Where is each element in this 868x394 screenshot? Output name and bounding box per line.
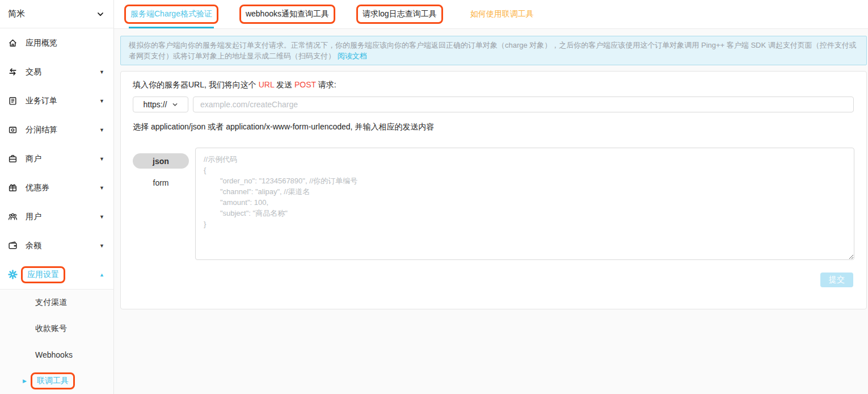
submenu-item-receiving-accounts[interactable]: 收款账号 (0, 316, 113, 342)
url-row: https:// (133, 97, 854, 112)
content-type-instruction-label: 选择 application/json 或者 application/x-www… (133, 122, 434, 132)
merchant-icon (7, 153, 18, 164)
submit-button[interactable]: 提交 (820, 273, 853, 287)
app-settings-submenu: 支付渠道 收款账号 Webhooks ▶ 联调工具 (0, 289, 113, 394)
triangle-right-icon: ▶ (23, 378, 27, 384)
sidebar-item-business-orders[interactable]: 业务订单 ▼ (0, 86, 113, 115)
orders-icon (7, 95, 18, 106)
submenu-item-label: Webhooks (35, 350, 73, 359)
sidebar-item-app-settings[interactable]: 应用设置 ▲ (0, 260, 113, 289)
sidebar-item-app-overview[interactable]: 应用概览 (0, 28, 113, 57)
app-switcher[interactable]: 简米 (0, 0, 113, 28)
coupon-icon (7, 182, 18, 193)
url-keyword: URL (259, 80, 275, 89)
submenu-item-webhooks[interactable]: Webhooks (0, 342, 113, 368)
mode-form-button[interactable]: form (133, 178, 189, 187)
body-mode-toggle: json form (133, 153, 189, 187)
transactions-icon (7, 66, 18, 77)
annotation-box: 应用设置 (21, 266, 65, 283)
sidebar-item-label: 用户 (26, 212, 99, 222)
sidebar-item-settlement[interactable]: 分润结算 ▼ (0, 115, 113, 144)
mode-json-button[interactable]: json (133, 153, 189, 169)
charge-validation-panel: 填入你的服务器URL, 我们将向这个 URL 发送 POST 请求: https… (120, 71, 867, 309)
tab-bar: 服务端Charge格式验证 webhooks通知查询工具 请求log日志查询工具… (114, 0, 868, 29)
balance-icon (7, 240, 18, 251)
users-icon (7, 211, 18, 222)
settlement-icon (7, 124, 18, 135)
sidebar-item-merchant[interactable]: 商户 ▼ (0, 144, 113, 173)
protocol-select[interactable]: https:// (133, 97, 188, 112)
chevron-down-icon: ▼ (99, 243, 104, 249)
protocol-select-value: https:// (143, 100, 167, 109)
sidebar-item-label: 优惠券 (26, 183, 99, 193)
submenu-item-label: 收款账号 (35, 324, 67, 334)
chevron-down-icon: ▼ (99, 127, 104, 133)
chevron-down-icon: ▼ (99, 69, 104, 75)
sidebar-item-balance[interactable]: 余额 ▼ (0, 231, 113, 260)
main-content: 服务端Charge格式验证 webhooks通知查询工具 请求log日志查询工具… (114, 0, 868, 394)
tab-webhooks-query-tool[interactable]: webhooks通知查询工具 (239, 5, 335, 24)
home-icon (7, 37, 18, 48)
gear-icon (7, 269, 18, 280)
info-banner-text: 模拟你的客户端向你的服务端发起订单支付请求。正常情况下，你的服务端应该向你的客户… (129, 41, 857, 60)
sidebar-item-label: 应用设置 (26, 270, 99, 280)
sidebar-item-transactions[interactable]: 交易 ▼ (0, 57, 113, 86)
chevron-up-icon: ▲ (99, 272, 104, 278)
sidebar-item-users[interactable]: 用户 ▼ (0, 202, 113, 231)
submenu-item-payment-channels[interactable]: 支付渠道 (0, 290, 113, 316)
tab-how-to-use-debug-tools[interactable]: 如何使用联调工具 (464, 5, 540, 24)
chevron-down-icon: ▼ (99, 156, 104, 162)
submenu-item-debug-tools[interactable]: ▶ 联调工具 (0, 368, 113, 394)
read-docs-link[interactable]: 阅读文档 (338, 52, 367, 60)
annotation-box: 联调工具 (31, 372, 75, 389)
info-banner: 模拟你的客户端向你的服务端发起订单支付请求。正常情况下，你的服务端应该向你的客户… (120, 36, 867, 65)
sidebar-item-label: 业务订单 (26, 96, 99, 106)
chevron-down-icon: ▼ (99, 185, 104, 191)
chevron-down-icon: ▼ (99, 214, 104, 220)
sidebar-item-label: 分润结算 (26, 125, 99, 135)
sidebar: 简米 应用概览 交易 ▼ 业务订单 ▼ 分润结算 ▼ 商户 (0, 0, 114, 394)
tab-server-charge-validation[interactable]: 服务端Charge格式验证 (124, 5, 218, 24)
sidebar-item-label: 余额 (26, 241, 99, 251)
chevron-down-icon: ▼ (99, 98, 104, 104)
request-body-textarea[interactable] (195, 148, 854, 260)
chevron-down-icon (96, 10, 104, 18)
sidebar-item-label: 商户 (26, 154, 99, 164)
chevron-down-icon (172, 102, 178, 108)
server-url-input[interactable] (193, 97, 854, 112)
url-instruction-label: 填入你的服务器URL, 我们将向这个 URL 发送 POST 请求: (133, 80, 336, 90)
sidebar-item-coupons[interactable]: 优惠券 ▼ (0, 173, 113, 202)
submenu-item-label: 支付渠道 (35, 297, 67, 308)
sidebar-item-label: 交易 (26, 67, 99, 77)
tab-request-log-query-tool[interactable]: 请求log日志查询工具 (356, 5, 443, 24)
post-keyword: POST (294, 80, 316, 89)
app-name: 简米 (8, 9, 25, 19)
sidebar-item-label: 应用概览 (26, 38, 104, 48)
